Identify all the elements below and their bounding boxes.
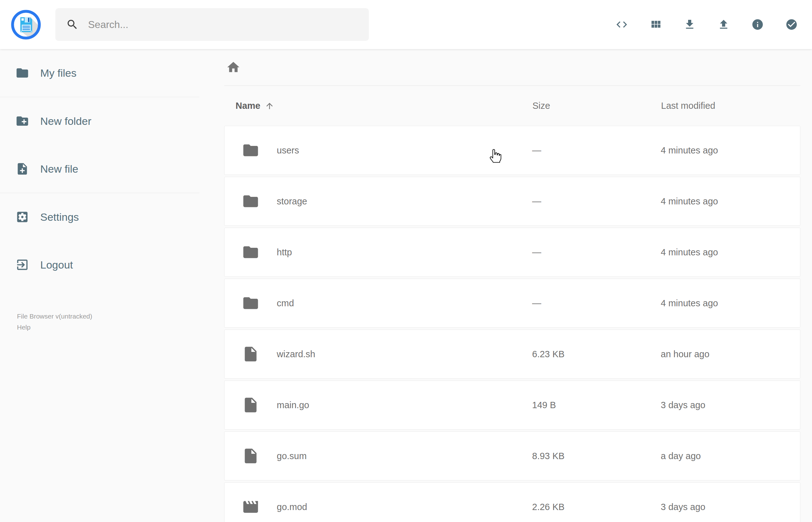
- file-name: cmd: [277, 298, 294, 308]
- sidebar-footer: File Browser v(untracked) Help: [17, 311, 92, 333]
- file-modified: 4 minutes ago: [661, 247, 800, 258]
- file-row[interactable]: go.sum 8.93 KB a day ago: [224, 431, 800, 481]
- file-row[interactable]: storage — 4 minutes ago: [224, 177, 800, 226]
- file-listing: users — 4 minutes ago storage — 4 minute…: [224, 126, 800, 522]
- grid-icon: [649, 18, 662, 31]
- raw-view-button[interactable]: [615, 18, 628, 31]
- folder-icon: [242, 141, 260, 159]
- file-row-name-cell: cmd: [225, 294, 532, 312]
- new-file-icon: [15, 162, 29, 176]
- sidebar-item-label: New file: [40, 163, 78, 175]
- file-name: main.go: [277, 400, 309, 410]
- file-name: users: [277, 145, 299, 156]
- sidebar-item-label: New folder: [40, 115, 92, 127]
- folder-icon: [15, 66, 29, 80]
- code-icon: [615, 18, 628, 31]
- listing-header-row: Name Size Last modified: [224, 86, 800, 126]
- file-row-name-cell: wizard.sh: [225, 345, 532, 363]
- movie-icon: [242, 498, 260, 516]
- file-row-name-cell: go.sum: [225, 447, 532, 465]
- file-modified: 3 days ago: [661, 502, 800, 512]
- file-name: http: [277, 247, 292, 258]
- sort-ascending-arrow-icon: [265, 101, 274, 111]
- filebrowser-app: { "colors": { "accent_blue": "#2a7af0", …: [0, 0, 812, 522]
- download-icon: [683, 18, 696, 31]
- file-modified: 4 minutes ago: [661, 145, 800, 156]
- file-size: 6.23 KB: [532, 349, 661, 359]
- column-header-modified[interactable]: Last modified: [661, 101, 800, 111]
- column-header-size[interactable]: Size: [532, 101, 661, 111]
- sidebar-item-settings[interactable]: Settings: [0, 193, 199, 241]
- file-size: —: [532, 145, 661, 156]
- file-row-name-cell: users: [225, 141, 532, 159]
- info-icon: [751, 18, 764, 31]
- file-row[interactable]: users — 4 minutes ago: [224, 126, 800, 175]
- file-icon: [242, 396, 260, 414]
- search-bar[interactable]: [55, 8, 369, 41]
- folder-icon: [242, 193, 260, 210]
- file-name: go.mod: [277, 502, 307, 512]
- file-size: —: [532, 196, 661, 207]
- check-circle-icon: [785, 18, 798, 31]
- file-size: 8.93 KB: [532, 451, 661, 461]
- home-icon: [226, 60, 241, 75]
- sidebar: My files New folder New file Settings Lo…: [0, 49, 199, 522]
- file-row[interactable]: go.mod 2.26 KB 3 days ago: [224, 482, 800, 522]
- select-multiple-button[interactable]: [785, 18, 798, 31]
- column-header-name-label: Name: [236, 101, 260, 111]
- file-row-name-cell: main.go: [225, 396, 532, 414]
- help-link[interactable]: Help: [17, 322, 92, 333]
- sidebar-item-label: My files: [40, 67, 76, 79]
- file-listing-area: Name Size Last modified users — 4 minute…: [224, 49, 800, 522]
- filebrowser-logo[interactable]: [11, 9, 41, 40]
- file-modified: 4 minutes ago: [661, 298, 800, 308]
- file-name: storage: [277, 196, 307, 207]
- search-icon: [66, 18, 79, 31]
- settings-icon: [15, 210, 29, 224]
- folder-icon: [242, 294, 260, 312]
- version-link[interactable]: File Browser v(untracked): [17, 311, 92, 322]
- file-row-name-cell: storage: [225, 193, 532, 210]
- file-row[interactable]: wizard.sh 6.23 KB an hour ago: [224, 329, 800, 379]
- file-modified: an hour ago: [661, 349, 800, 359]
- sidebar-item-label: Logout: [40, 259, 73, 271]
- logout-icon: [15, 258, 29, 272]
- file-modified: 3 days ago: [661, 400, 800, 410]
- file-name: go.sum: [277, 451, 307, 461]
- sidebar-item-label: Settings: [40, 211, 79, 223]
- top-header-bar: [0, 0, 812, 49]
- file-icon: [242, 447, 260, 465]
- folder-icon: [242, 243, 260, 261]
- header-actions: [615, 18, 798, 31]
- file-row-name-cell: go.mod: [225, 498, 532, 516]
- file-row[interactable]: http — 4 minutes ago: [224, 228, 800, 277]
- sidebar-item-my-files[interactable]: My files: [0, 49, 199, 97]
- sidebar-item-new-file[interactable]: New file: [0, 145, 199, 193]
- file-modified: a day ago: [661, 451, 800, 461]
- sidebar-item-logout[interactable]: Logout: [0, 241, 199, 289]
- search-input[interactable]: [87, 15, 360, 34]
- home-breadcrumb-button[interactable]: [226, 60, 241, 75]
- upload-icon: [717, 18, 730, 31]
- file-icon: [242, 345, 260, 363]
- new-folder-icon: [15, 114, 29, 128]
- file-row[interactable]: cmd — 4 minutes ago: [224, 279, 800, 328]
- file-modified: 4 minutes ago: [661, 196, 800, 207]
- switch-view-button[interactable]: [649, 18, 662, 31]
- sidebar-item-new-folder[interactable]: New folder: [0, 97, 199, 145]
- download-button[interactable]: [683, 18, 696, 31]
- breadcrumb: [224, 49, 800, 86]
- file-size: 2.26 KB: [532, 502, 661, 512]
- file-name: wizard.sh: [277, 349, 316, 359]
- file-size: —: [532, 298, 661, 308]
- upload-button[interactable]: [717, 18, 730, 31]
- file-size: 149 B: [532, 400, 661, 410]
- file-row[interactable]: main.go 149 B 3 days ago: [224, 381, 800, 429]
- column-header-name[interactable]: Name: [224, 101, 532, 111]
- file-size: —: [532, 247, 661, 258]
- file-row-name-cell: http: [225, 243, 532, 261]
- info-button[interactable]: [751, 18, 764, 31]
